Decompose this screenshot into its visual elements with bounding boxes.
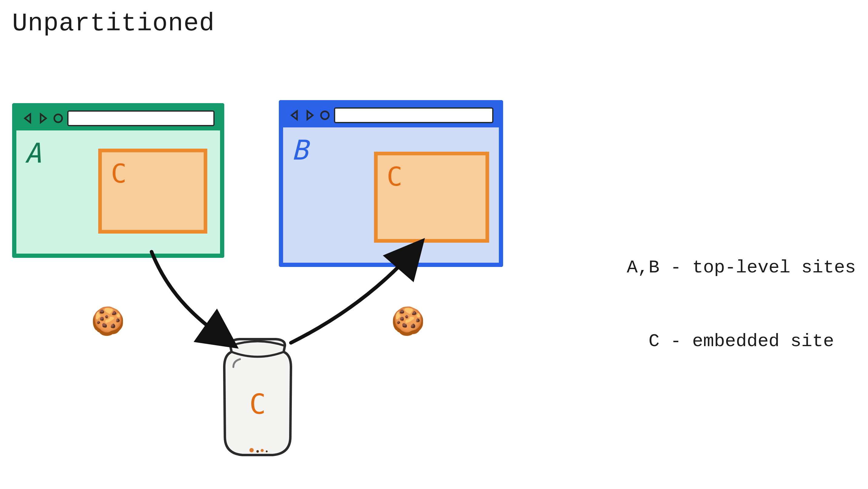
svg-point-3 <box>256 450 259 453</box>
cookie-jar-label: C <box>212 388 303 420</box>
iframe-c-in-a: C <box>98 149 207 234</box>
browser-b-toolbar <box>279 100 503 127</box>
refresh-icon <box>52 112 64 124</box>
browser-b-viewport: B C <box>279 127 503 267</box>
site-b-label: B <box>291 134 308 166</box>
svg-point-1 <box>321 111 329 119</box>
svg-point-5 <box>266 451 268 452</box>
browser-a-url-bar <box>67 110 215 126</box>
svg-point-4 <box>261 449 264 452</box>
cookie-jar: C <box>212 334 303 461</box>
cookie-icon: 🍪 <box>391 309 425 337</box>
back-icon <box>288 109 301 121</box>
browser-a-toolbar <box>12 103 224 131</box>
browser-a-viewport: A C <box>12 131 224 258</box>
svg-point-0 <box>54 114 62 122</box>
cookie-icon: 🍪 <box>91 309 125 337</box>
browser-window-b: B C <box>279 100 503 270</box>
back-icon <box>22 112 34 124</box>
legend-line-2: C - embedded site <box>627 329 856 354</box>
svg-point-2 <box>249 448 254 452</box>
iframe-c-in-b-label: C <box>387 162 402 192</box>
browser-b-url-bar <box>334 107 493 123</box>
legend: A,B - top-level sites C - embedded site <box>627 206 856 403</box>
forward-icon <box>304 109 316 121</box>
site-a-label: A <box>25 137 41 169</box>
diagram-title: Unpartitioned <box>12 9 215 38</box>
arrow-a-to-jar <box>152 252 230 343</box>
iframe-c-in-b: C <box>374 152 489 243</box>
browser-window-a: A C <box>12 103 224 261</box>
forward-icon <box>37 112 49 124</box>
legend-line-1: A,B - top-level sites <box>627 255 856 280</box>
iframe-c-in-a-label: C <box>111 159 127 189</box>
refresh-icon <box>319 109 331 121</box>
